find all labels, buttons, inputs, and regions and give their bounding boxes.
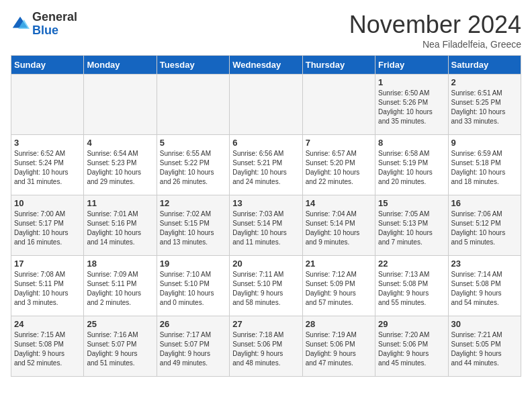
- header-wednesday: Wednesday: [230, 56, 302, 75]
- day-info: Sunrise: 6:54 AM Sunset: 5:23 PM Dayligh…: [87, 149, 153, 187]
- day-number: 8: [378, 138, 445, 148]
- day-number: 12: [160, 198, 226, 208]
- calendar-cell: 27Sunrise: 7:18 AM Sunset: 5:06 PM Dayli…: [230, 316, 302, 377]
- day-number: 19: [160, 259, 226, 269]
- day-number: 4: [87, 138, 153, 148]
- calendar-cell: 2Sunrise: 6:51 AM Sunset: 5:25 PM Daylig…: [448, 75, 521, 135]
- calendar-cell: 17Sunrise: 7:08 AM Sunset: 5:11 PM Dayli…: [11, 256, 84, 316]
- day-info: Sunrise: 7:19 AM Sunset: 5:06 PM Dayligh…: [306, 330, 372, 368]
- calendar-week-row: 3Sunrise: 6:52 AM Sunset: 5:24 PM Daylig…: [11, 135, 521, 195]
- day-info: Sunrise: 7:01 AM Sunset: 5:16 PM Dayligh…: [87, 210, 153, 247]
- calendar-cell: 22Sunrise: 7:13 AM Sunset: 5:08 PM Dayli…: [375, 256, 448, 316]
- day-info: Sunrise: 7:15 AM Sunset: 5:08 PM Dayligh…: [14, 330, 81, 368]
- logo: General Blue: [11, 11, 77, 38]
- day-number: 30: [451, 319, 518, 329]
- calendar-cell: 28Sunrise: 7:19 AM Sunset: 5:06 PM Dayli…: [302, 316, 375, 377]
- day-info: Sunrise: 7:13 AM Sunset: 5:08 PM Dayligh…: [378, 270, 445, 308]
- header-tuesday: Tuesday: [157, 56, 229, 75]
- calendar-cell: 20Sunrise: 7:11 AM Sunset: 5:10 PM Dayli…: [230, 256, 302, 316]
- day-number: 2: [451, 77, 518, 87]
- day-info: Sunrise: 7:21 AM Sunset: 5:05 PM Dayligh…: [451, 330, 518, 368]
- day-info: Sunrise: 7:17 AM Sunset: 5:07 PM Dayligh…: [160, 330, 226, 368]
- calendar-week-row: 24Sunrise: 7:15 AM Sunset: 5:08 PM Dayli…: [11, 316, 521, 377]
- day-info: Sunrise: 7:03 AM Sunset: 5:14 PM Dayligh…: [232, 210, 299, 247]
- logo-general: General: [32, 11, 77, 24]
- calendar-cell: 12Sunrise: 7:02 AM Sunset: 5:15 PM Dayli…: [157, 195, 229, 256]
- day-number: 16: [451, 198, 518, 208]
- day-number: 3: [14, 138, 81, 148]
- day-info: Sunrise: 7:20 AM Sunset: 5:06 PM Dayligh…: [378, 330, 445, 368]
- day-number: 27: [232, 319, 299, 329]
- day-number: 29: [378, 319, 445, 329]
- calendar-cell: 14Sunrise: 7:04 AM Sunset: 5:14 PM Dayli…: [302, 195, 375, 256]
- calendar-cell: 8Sunrise: 6:58 AM Sunset: 5:19 PM Daylig…: [375, 135, 448, 195]
- title-area: November 2024 Nea Filadelfeia, Greece: [349, 11, 521, 50]
- calendar-cell: 3Sunrise: 6:52 AM Sunset: 5:24 PM Daylig…: [11, 135, 84, 195]
- day-info: Sunrise: 7:11 AM Sunset: 5:10 PM Dayligh…: [232, 270, 299, 308]
- day-number: 21: [306, 259, 372, 269]
- calendar-cell: 16Sunrise: 7:06 AM Sunset: 5:12 PM Dayli…: [448, 195, 521, 256]
- calendar-cell: 26Sunrise: 7:17 AM Sunset: 5:07 PM Dayli…: [157, 316, 229, 377]
- day-number: 9: [451, 138, 518, 148]
- page-header: General Blue November 2024 Nea Filadelfe…: [11, 11, 521, 50]
- day-number: 25: [87, 319, 153, 329]
- calendar-cell: 30Sunrise: 7:21 AM Sunset: 5:05 PM Dayli…: [448, 316, 521, 377]
- header-monday: Monday: [84, 56, 157, 75]
- day-info: Sunrise: 7:18 AM Sunset: 5:06 PM Dayligh…: [232, 330, 299, 368]
- day-info: Sunrise: 6:55 AM Sunset: 5:22 PM Dayligh…: [160, 149, 226, 187]
- calendar-cell: [11, 75, 84, 135]
- day-info: Sunrise: 6:56 AM Sunset: 5:21 PM Dayligh…: [232, 149, 299, 187]
- calendar-cell: [84, 75, 157, 135]
- day-info: Sunrise: 7:12 AM Sunset: 5:09 PM Dayligh…: [306, 270, 372, 308]
- day-number: 26: [160, 319, 226, 329]
- calendar-cell: 13Sunrise: 7:03 AM Sunset: 5:14 PM Dayli…: [230, 195, 302, 256]
- day-number: 13: [232, 198, 299, 208]
- calendar-cell: 24Sunrise: 7:15 AM Sunset: 5:08 PM Dayli…: [11, 316, 84, 377]
- day-number: 11: [87, 198, 153, 208]
- header-sunday: Sunday: [11, 56, 84, 75]
- logo-text: General Blue: [32, 11, 77, 38]
- calendar-cell: 18Sunrise: 7:09 AM Sunset: 5:11 PM Dayli…: [84, 256, 157, 316]
- day-number: 23: [451, 259, 518, 269]
- day-info: Sunrise: 6:57 AM Sunset: 5:20 PM Dayligh…: [306, 149, 372, 187]
- day-number: 5: [160, 138, 226, 148]
- calendar-cell: 21Sunrise: 7:12 AM Sunset: 5:09 PM Dayli…: [302, 256, 375, 316]
- header-saturday: Saturday: [448, 56, 521, 75]
- header-thursday: Thursday: [302, 56, 375, 75]
- calendar-cell: 7Sunrise: 6:57 AM Sunset: 5:20 PM Daylig…: [302, 135, 375, 195]
- calendar-header-row: SundayMondayTuesdayWednesdayThursdayFrid…: [11, 56, 521, 75]
- day-info: Sunrise: 7:04 AM Sunset: 5:14 PM Dayligh…: [306, 210, 372, 247]
- day-info: Sunrise: 7:02 AM Sunset: 5:15 PM Dayligh…: [160, 210, 226, 247]
- day-info: Sunrise: 7:00 AM Sunset: 5:17 PM Dayligh…: [14, 210, 81, 247]
- day-number: 22: [378, 259, 445, 269]
- calendar-week-row: 17Sunrise: 7:08 AM Sunset: 5:11 PM Dayli…: [11, 256, 521, 316]
- calendar-week-row: 1Sunrise: 6:50 AM Sunset: 5:26 PM Daylig…: [11, 75, 521, 135]
- logo-blue: Blue: [32, 24, 77, 38]
- day-info: Sunrise: 6:50 AM Sunset: 5:26 PM Dayligh…: [378, 89, 445, 126]
- day-info: Sunrise: 7:16 AM Sunset: 5:07 PM Dayligh…: [87, 330, 153, 368]
- calendar-cell: 15Sunrise: 7:05 AM Sunset: 5:13 PM Dayli…: [375, 195, 448, 256]
- day-info: Sunrise: 7:09 AM Sunset: 5:11 PM Dayligh…: [87, 270, 153, 308]
- calendar-week-row: 10Sunrise: 7:00 AM Sunset: 5:17 PM Dayli…: [11, 195, 521, 256]
- calendar-cell: 1Sunrise: 6:50 AM Sunset: 5:26 PM Daylig…: [375, 75, 448, 135]
- day-number: 10: [14, 198, 81, 208]
- calendar-cell: 23Sunrise: 7:14 AM Sunset: 5:08 PM Dayli…: [448, 256, 521, 316]
- location-subtitle: Nea Filadelfeia, Greece: [349, 39, 521, 50]
- logo-icon: [11, 15, 30, 34]
- calendar-cell: 4Sunrise: 6:54 AM Sunset: 5:23 PM Daylig…: [84, 135, 157, 195]
- calendar-cell: [230, 75, 302, 135]
- month-title: November 2024: [349, 11, 521, 39]
- day-info: Sunrise: 7:08 AM Sunset: 5:11 PM Dayligh…: [14, 270, 81, 308]
- calendar-cell: 6Sunrise: 6:56 AM Sunset: 5:21 PM Daylig…: [230, 135, 302, 195]
- day-number: 15: [378, 198, 445, 208]
- day-info: Sunrise: 7:06 AM Sunset: 5:12 PM Dayligh…: [451, 210, 518, 247]
- day-info: Sunrise: 6:59 AM Sunset: 5:18 PM Dayligh…: [451, 149, 518, 187]
- calendar-cell: 11Sunrise: 7:01 AM Sunset: 5:16 PM Dayli…: [84, 195, 157, 256]
- day-info: Sunrise: 7:10 AM Sunset: 5:10 PM Dayligh…: [160, 270, 226, 308]
- calendar-cell: 5Sunrise: 6:55 AM Sunset: 5:22 PM Daylig…: [157, 135, 229, 195]
- calendar-cell: [157, 75, 229, 135]
- calendar-cell: 29Sunrise: 7:20 AM Sunset: 5:06 PM Dayli…: [375, 316, 448, 377]
- day-number: 6: [232, 138, 299, 148]
- calendar-cell: [302, 75, 375, 135]
- day-info: Sunrise: 6:52 AM Sunset: 5:24 PM Dayligh…: [14, 149, 81, 187]
